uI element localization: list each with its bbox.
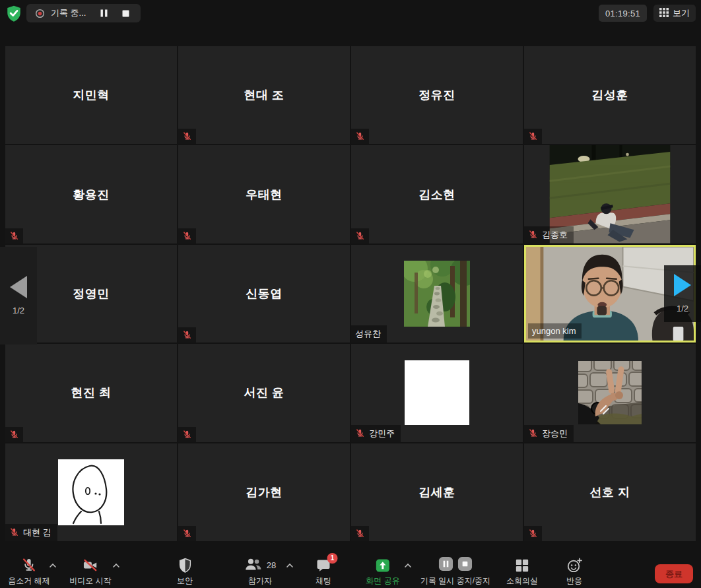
pause-recording-button[interactable] [98,8,110,18]
participant-name: 서진 윤 [178,344,350,441]
prev-arrow-icon [10,276,27,298]
participant-tile-3[interactable]: 정유진 [351,46,523,144]
prev-page-button[interactable]: 1/2 [0,247,37,344]
participant-name: 신동엽 [178,245,350,343]
video-options-chevron[interactable] [112,563,120,568]
participant-tile-8[interactable]: 김종호 [524,145,696,243]
participants-icon [244,556,263,574]
participant-tile-1[interactable]: 지민혁 [5,46,177,144]
security-shield-icon[interactable] [5,5,22,22]
video-grid: 지민혁현대 조정유진김성훈황용진우태현김소현김종호정영민신동엽성유찬yungon… [5,46,696,541]
participant-name: 우태현 [178,145,350,243]
participant-tile-10[interactable]: 신동엽 [178,245,350,343]
share-screen-button[interactable]: 화면 공유 [366,556,399,587]
pause-record-icon[interactable] [438,556,453,574]
participant-name: 김소현 [351,145,523,243]
participant-name: 성유찬 [355,328,381,340]
smiley-plus-icon [566,556,583,574]
participant-name: 김종호 [542,229,568,241]
participant-tile-5[interactable]: 황용진 [5,145,177,243]
stop-record-icon[interactable] [457,556,473,574]
participant-tile-7[interactable]: 김소현 [351,145,523,243]
muted-mic-icon [351,129,369,144]
participant-name: 강민주 [369,428,395,440]
start-video-button[interactable]: 비디오 시작 [69,556,111,587]
grid-view-icon [659,8,669,19]
participant-tile-13[interactable]: 현진 최 [5,344,177,441]
next-arrow-icon [674,274,691,296]
control-toolbar: 음소거 해제 비디오 시작 보안 28 [0,554,701,588]
participants-count: 28 [267,560,276,570]
end-meeting-button[interactable]: 종료 [655,564,693,583]
mute-options-chevron[interactable] [49,563,57,568]
camera-off-icon [82,556,100,574]
participant-tile-20[interactable]: 선호 지 [524,443,696,541]
muted-mic-icon [355,428,365,438]
participant-tile-19[interactable]: 김세훈 [351,443,523,541]
breakout-rooms-button[interactable]: 소회의실 [506,556,538,587]
participant-tile-6[interactable]: 우태현 [178,145,350,243]
participant-tile-4[interactable]: 김성훈 [524,46,696,144]
muted-mic-icon [178,228,196,244]
muted-mic-icon [351,526,369,541]
participant-name: yungon kim [532,326,576,336]
participant-name: 황용진 [5,145,177,243]
zoom-meeting-window: 기록 중... 01:19:51 보기 지민혁현대 조정유진김성훈황용진우태현김… [0,0,701,588]
muted-mic-icon [5,427,23,442]
participant-tile-18[interactable]: 김가현 [178,443,350,541]
name-label: 대현 김 [5,524,57,541]
muted-mic-icon [178,129,196,144]
top-bar: 기록 중... 01:19:51 보기 [0,0,701,26]
muted-mic-icon [178,526,196,541]
participant-name: 현진 최 [5,344,177,441]
view-button[interactable]: 보기 [653,5,696,22]
name-label: 장승민 [524,425,574,442]
name-label: 강민주 [351,425,401,442]
muted-mic-icon [9,527,19,537]
participants-button[interactable]: 28 참가자 [244,556,276,587]
reactions-button[interactable]: 반응 [566,556,583,587]
participant-name: 선호 지 [524,443,696,541]
recording-controls[interactable]: 기록 일시 중지/중지 [420,556,490,587]
mic-muted-icon [21,556,38,574]
unmute-button[interactable]: 음소거 해제 [8,556,50,587]
participant-tile-14[interactable]: 서진 윤 [178,344,350,441]
muted-mic-icon [528,230,538,240]
muted-mic-icon [524,526,542,541]
meeting-timer: 01:19:51 [599,5,647,22]
recording-label: 기록 중... [51,7,86,19]
recording-icon [35,9,45,18]
chat-button[interactable]: 1 채팅 [316,556,332,587]
stop-recording-button[interactable] [119,9,132,18]
page-indicator: 1/2 [13,306,24,315]
chat-badge: 1 [327,553,338,564]
muted-mic-icon [351,228,369,244]
recording-indicator: 기록 중... [26,4,141,22]
participant-tile-11[interactable]: 성유찬 [351,245,523,343]
breakout-rooms-icon [515,556,529,574]
name-label: yungon kim [528,323,582,339]
shield-icon [178,556,192,574]
share-screen-icon [375,556,391,574]
name-label: 김종호 [524,226,574,244]
next-page-button[interactable]: 1/2 [664,265,701,322]
muted-mic-icon [528,428,538,438]
participant-name: 김가현 [178,443,350,541]
participant-tile-16[interactable]: 장승민 [524,344,696,441]
participant-name: 김성훈 [524,46,696,144]
share-options-chevron[interactable] [404,563,412,568]
participants-options-chevron[interactable] [286,563,294,568]
muted-mic-icon [5,228,23,244]
muted-mic-icon [524,129,542,144]
page-indicator: 1/2 [677,304,688,313]
chat-bubble-icon: 1 [316,558,332,573]
security-button[interactable]: 보안 [177,556,193,587]
muted-mic-icon [178,327,196,343]
participant-tile-15[interactable]: 강민주 [351,344,523,441]
participant-name: 현대 조 [178,46,350,144]
participant-tile-2[interactable]: 현대 조 [178,46,350,144]
participant-tile-17[interactable]: 대현 김 [5,443,177,541]
participant-name: 정유진 [351,46,523,144]
participant-name: 대현 김 [23,527,51,539]
muted-mic-icon [178,427,196,442]
